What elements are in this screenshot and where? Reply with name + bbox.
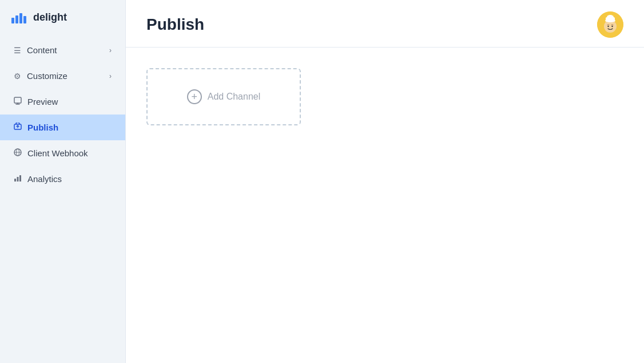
nav-item-inner-customize: ⚙ Customize — [14, 71, 67, 81]
svg-rect-0 — [11, 18, 14, 23]
add-channel-icon: + — [187, 89, 202, 104]
sidebar-item-preview[interactable]: Preview — [0, 89, 125, 115]
svg-rect-11 — [19, 175, 21, 182]
analytics-icon — [14, 174, 22, 184]
customize-icon: ⚙ — [14, 72, 21, 81]
avatar[interactable] — [597, 11, 623, 38]
logo-text: delight — [33, 11, 67, 23]
logo-area: delight — [0, 0, 125, 37]
page-title: Publish — [146, 15, 204, 34]
svg-rect-9 — [14, 179, 16, 182]
svg-point-17 — [607, 26, 609, 27]
logo: delight — [11, 11, 67, 23]
svg-point-16 — [607, 15, 614, 19]
sidebar: delight ☰ Content › ⚙ Customize › — [0, 0, 126, 363]
svg-rect-1 — [15, 15, 18, 23]
avatar-image — [597, 11, 623, 38]
svg-rect-4 — [14, 97, 21, 103]
add-channel-label: Add Channel — [208, 92, 261, 102]
nav-item-inner-preview: Preview — [14, 97, 58, 106]
nav-item-inner-content: ☰ Content — [14, 45, 57, 55]
publish-icon — [14, 123, 22, 132]
svg-rect-3 — [23, 16, 26, 23]
add-channel-button[interactable]: + Add Channel — [146, 68, 301, 125]
sidebar-item-label-publish: Publish — [27, 123, 58, 132]
sidebar-item-label-webhook: Client Webhook — [27, 148, 88, 158]
svg-rect-10 — [17, 177, 19, 182]
sidebar-item-label-analytics: Analytics — [27, 174, 62, 184]
preview-icon — [14, 97, 22, 106]
sidebar-item-client-webhook[interactable]: Client Webhook — [0, 140, 125, 166]
page-body: + Add Channel — [126, 48, 644, 363]
sidebar-item-label-customize: Customize — [27, 71, 67, 81]
webhook-icon — [14, 148, 22, 158]
nav-item-inner-analytics: Analytics — [14, 174, 62, 184]
main-content: Publish + — [126, 0, 644, 363]
nav-item-inner-publish: Publish — [14, 123, 58, 132]
sidebar-item-label-preview: Preview — [27, 97, 58, 106]
chevron-right-icon-content: › — [109, 46, 112, 54]
chevron-right-icon-customize: › — [109, 72, 112, 80]
sidebar-item-analytics[interactable]: Analytics — [0, 166, 125, 192]
nav-section: ☰ Content › ⚙ Customize › Prev — [0, 37, 125, 192]
page-header: Publish — [126, 0, 644, 48]
sidebar-item-label-content: Content — [27, 45, 57, 55]
content-icon: ☰ — [14, 46, 21, 55]
nav-item-inner-webhook: Client Webhook — [14, 148, 88, 158]
svg-rect-2 — [19, 13, 22, 23]
svg-point-18 — [611, 26, 613, 27]
delight-logo-icon — [11, 12, 29, 23]
sidebar-item-content[interactable]: ☰ Content › — [0, 37, 125, 63]
sidebar-item-publish[interactable]: Publish — [0, 115, 125, 140]
sidebar-item-customize[interactable]: ⚙ Customize › — [0, 63, 125, 89]
